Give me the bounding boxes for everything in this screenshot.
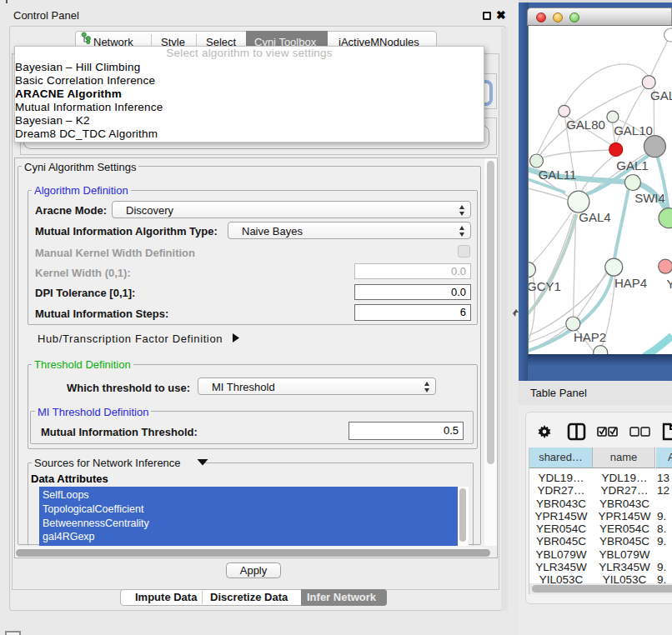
svg-text:SWI4: SWI4 [634,191,665,205]
svg-text:GAL1: GAL1 [616,158,648,172]
svg-text:HAP2: HAP2 [574,330,606,344]
svg-text:GAL11: GAL11 [539,168,577,182]
svg-text:GAL80: GAL80 [566,118,605,132]
svg-text:GAL4: GAL4 [579,210,610,224]
svg-text:YM: YM [667,277,672,291]
svg-text:GAL10: GAL10 [614,123,653,138]
svg-text:GAL2: GAL2 [650,88,672,102]
svg-text:HAP4: HAP4 [614,276,647,290]
svg-text:GCY1: GCY1 [529,279,561,293]
